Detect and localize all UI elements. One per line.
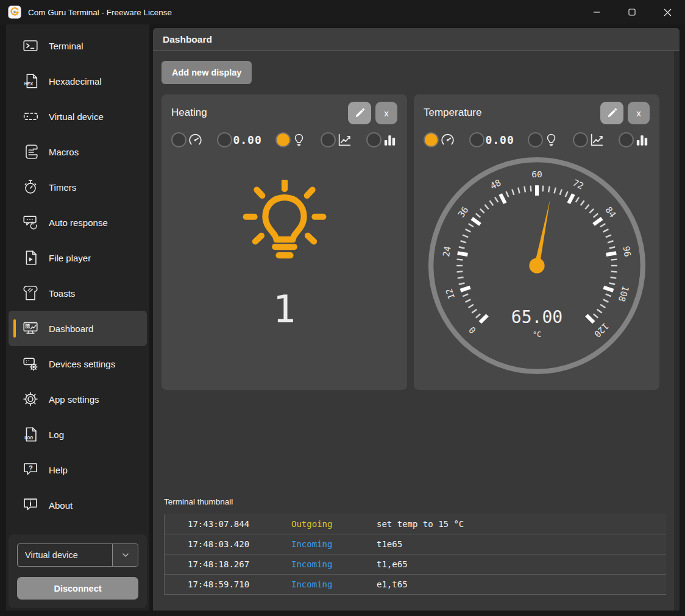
- main-area: Dashboard Add new display Heatingx0.00 1…: [153, 28, 680, 611]
- scrollbar-track[interactable]: [674, 51, 680, 611]
- gauge-icon: [187, 132, 204, 148]
- edit-display-button[interactable]: [348, 102, 371, 124]
- indicator-icon: [291, 132, 307, 147]
- display-mode-indicator-radio[interactable]: [528, 132, 559, 147]
- panel-display-area: 1: [171, 148, 397, 328]
- sidebar-item-auto-response[interactable]: Auto response: [9, 205, 147, 240]
- svg-text:60: 60: [531, 169, 542, 179]
- display-mode-indicator-radio[interactable]: [275, 132, 307, 147]
- edit-display-button[interactable]: [600, 102, 623, 124]
- active-indicator: [13, 143, 16, 161]
- app-window: Com Guru Terminal - Freeware License Ter…: [0, 0, 685, 616]
- display-mode-number-radio[interactable]: 0.00: [217, 132, 261, 147]
- device-select[interactable]: Virtual device: [17, 543, 138, 567]
- sidebar-item-label: Timers: [49, 182, 76, 193]
- display-mode-line-chart-radio[interactable]: [321, 132, 353, 148]
- display-mode-selector: 0.00: [171, 132, 397, 148]
- pencil-icon: [353, 107, 366, 119]
- active-indicator: [13, 178, 16, 196]
- sidebar-item-label: About: [49, 500, 73, 511]
- terminal-thumbnail[interactable]: 17:43:07.844Outgoingset temp to 15 °C17:…: [164, 514, 666, 595]
- svg-text:24: 24: [441, 245, 453, 257]
- connection-panel: Virtual device Disconnect: [9, 534, 147, 608]
- sidebar-item-dashboard[interactable]: Dashboard: [9, 311, 147, 346]
- sidebar-item-about[interactable]: About: [9, 487, 147, 523]
- sidebar-item-label: App settings: [49, 394, 99, 405]
- log-row: 17:48:18.267Incomingt1,e65: [165, 554, 666, 575]
- log-direction: Outgoing: [291, 519, 377, 529]
- pencil-icon: [606, 107, 619, 119]
- log-time: 17:48:59.710: [188, 579, 291, 589]
- window-controls: [579, 0, 685, 24]
- log-message: t1e65: [377, 539, 666, 549]
- sidebar-item-macros[interactable]: Macros: [9, 134, 147, 169]
- radio-unselected: [217, 132, 232, 147]
- sidebar-item-toasts[interactable]: Toasts: [9, 275, 147, 311]
- panel-display-area: 0122436486072849610812065.00°C: [424, 152, 650, 380]
- sidebar: TerminalHEXHexadecimalVirtual deviceMacr…: [6, 24, 149, 611]
- number-mode-label: 0.00: [485, 133, 514, 146]
- sidebar-item-hexadecimal[interactable]: HEXHexadecimal: [9, 63, 147, 99]
- display-mode-gauge-radio[interactable]: [424, 132, 456, 148]
- sidebar-item-virtual-device[interactable]: Virtual device: [9, 99, 147, 134]
- sidebar-item-file-player[interactable]: File player: [9, 240, 147, 275]
- panel-title: Temperature: [424, 102, 481, 119]
- sidebar-item-label: Auto response: [49, 218, 108, 228]
- display-mode-bar-chart-radio[interactable]: [366, 132, 397, 147]
- sidebar-item-terminal[interactable]: Terminal: [9, 28, 147, 63]
- sidebar-item-timers[interactable]: Timers: [9, 169, 147, 205]
- panel-actions: x: [600, 102, 650, 124]
- display-mode-bar-chart-radio[interactable]: [619, 132, 650, 147]
- auto-response-icon: [21, 213, 40, 232]
- log-message: set temp to 15 °C: [377, 519, 666, 529]
- window-title: Com Guru Terminal - Freeware License: [28, 8, 172, 17]
- display-mode-line-chart-radio[interactable]: [573, 132, 605, 148]
- dashboard-content: Add new display Heatingx0.00 1Temperatur…: [153, 51, 680, 611]
- indicator-icon: [544, 132, 559, 147]
- minimize-button[interactable]: [579, 0, 614, 24]
- add-display-button[interactable]: Add new display: [161, 61, 252, 84]
- macros-icon: [21, 143, 40, 161]
- bar-chart-icon: [634, 132, 650, 147]
- panel-header: Temperaturex: [424, 102, 650, 124]
- log-time: 17:48:03.420: [188, 539, 291, 549]
- close-button[interactable]: [650, 0, 685, 24]
- log-message: t1,e65: [377, 559, 666, 569]
- page-header: Dashboard: [153, 28, 680, 51]
- sidebar-item-app-settings[interactable]: App settings: [9, 381, 147, 417]
- active-indicator: [13, 249, 16, 267]
- temperature-panel: Temperaturex0.00012243648607284961081206…: [414, 94, 659, 390]
- app-body: TerminalHEXHexadecimalVirtual deviceMacr…: [6, 24, 680, 611]
- log-message: e1,t65: [377, 579, 666, 589]
- maximize-button[interactable]: [614, 0, 650, 24]
- disconnect-button[interactable]: Disconnect: [17, 577, 138, 600]
- panel-title: Heating: [171, 102, 207, 119]
- radio-unselected: [528, 132, 543, 147]
- remove-display-button[interactable]: x: [628, 102, 650, 124]
- radio-unselected: [619, 132, 634, 147]
- help-icon: ?: [21, 461, 40, 479]
- lightbulb-on-icon: [238, 180, 331, 275]
- display-mode-number-radio[interactable]: 0.00: [469, 132, 514, 147]
- toasts-icon: [21, 284, 40, 302]
- sidebar-nav: TerminalHEXHexadecimalVirtual deviceMacr…: [6, 28, 149, 523]
- sidebar-item-label: Devices settings: [49, 359, 115, 369]
- panel-header: Heatingx: [171, 102, 397, 124]
- chevron-down-icon: [112, 544, 138, 566]
- sidebar-item-help[interactable]: ?Help: [9, 452, 147, 487]
- heating-panel: Heatingx0.00 1: [161, 94, 407, 390]
- svg-text:?: ?: [29, 464, 33, 472]
- close-icon: [664, 9, 672, 16]
- sidebar-item-devices-settings[interactable]: Devices settings: [9, 346, 147, 381]
- timers-icon: [21, 178, 40, 196]
- sidebar-item-label: Help: [49, 465, 68, 475]
- svg-text:LOG: LOG: [24, 436, 33, 440]
- devices-settings-icon: [21, 355, 40, 373]
- log-icon: LOG: [21, 425, 40, 444]
- display-mode-gauge-radio[interactable]: [171, 132, 204, 148]
- radio-unselected: [171, 132, 186, 147]
- sidebar-item-log[interactable]: LOGLog: [9, 417, 147, 452]
- remove-display-button[interactable]: x: [375, 102, 397, 124]
- log-direction: Incoming: [291, 579, 377, 589]
- page-title: Dashboard: [163, 34, 212, 45]
